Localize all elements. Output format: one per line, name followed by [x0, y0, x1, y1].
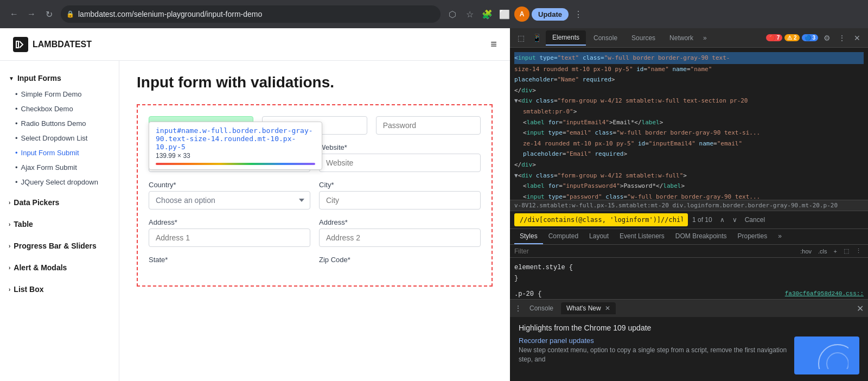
collapse-arrow-div2[interactable]: ▼: [514, 172, 518, 179]
sidebar-item-label-input-form-submit: Input Form Submit: [21, 149, 79, 157]
cls-button[interactable]: .cls: [816, 247, 829, 255]
website-input[interactable]: [319, 154, 481, 172]
sidebar-section-header-data-pickers[interactable]: › Data Pickers: [0, 194, 119, 211]
form-row-3: Country* Choose an option City*: [149, 181, 481, 209]
devtools-tab-sources[interactable]: Sources: [625, 31, 662, 45]
form-title: Input form with validations.: [137, 74, 493, 91]
styles-tab-properties[interactable]: Properties: [732, 229, 773, 244]
password-input[interactable]: [376, 116, 481, 135]
devtools-tab-network[interactable]: Network: [663, 31, 700, 45]
collapse-arrow-div[interactable]: ▼: [514, 97, 518, 104]
tooltip-size: 139.99 × 33: [156, 152, 315, 160]
more-style-button[interactable]: ⋮: [853, 247, 864, 255]
html-line-1: size-14 rounded mt-10 px-10 py-5" id="na…: [514, 64, 864, 75]
lock-icon: 🔒: [66, 10, 74, 18]
browser-actions: ⬡ ☆ 🧩 ⬜ A Update ⋮: [445, 7, 586, 22]
sidebar-item-ajax[interactable]: Ajax Form Submit: [0, 160, 119, 175]
zip-label: Zip Code*: [319, 256, 481, 264]
sidebar-section-header-table[interactable]: › Table: [0, 215, 119, 233]
devtools-close-button[interactable]: ✕: [851, 31, 864, 45]
country-label: Country*: [149, 181, 310, 189]
devtools-tab-elements[interactable]: Elements: [546, 30, 586, 46]
bottom-tab-whats-new[interactable]: What's New ✕: [561, 302, 616, 314]
info-badge: 🔵 3: [802, 34, 818, 41]
element-path-text: v-8V12.smtablet:w-full.px-15.smtablet:mt…: [514, 202, 838, 209]
xpath-input[interactable]: [514, 213, 688, 226]
sidebar-item-select-dropdown[interactable]: Select Dropdown List: [0, 131, 119, 145]
bookmark-button[interactable]: ☆: [462, 7, 477, 22]
address1-input[interactable]: [149, 228, 310, 247]
devtools-inspect-button[interactable]: ⬚: [514, 32, 528, 44]
tab-button[interactable]: ⬜: [497, 7, 512, 22]
devtools-more-button[interactable]: ⋮: [835, 31, 848, 45]
sidebar-item-input-form-submit[interactable]: Input Form Submit: [0, 145, 119, 160]
address-bar-input[interactable]: [61, 5, 441, 23]
html-code-area: <input type="text" class="w-full border …: [510, 48, 868, 200]
form-group-address1: Address*: [149, 218, 310, 247]
form-group-state: State*: [149, 256, 310, 266]
sidebar-section-header-progress[interactable]: › Progress Bar & Sliders: [0, 237, 119, 255]
styles-tab-computed[interactable]: Computed: [543, 229, 584, 244]
filter-input[interactable]: [514, 247, 796, 255]
country-select[interactable]: Choose an option: [149, 191, 310, 209]
devtools-device-button[interactable]: 📱: [529, 32, 545, 44]
styles-tab-more[interactable]: »: [773, 229, 787, 244]
hamburger-button[interactable]: ≡: [490, 38, 497, 50]
styles-tab-event-listeners[interactable]: Event Listeners: [614, 229, 670, 244]
cast-button[interactable]: ⬡: [445, 7, 460, 22]
whats-new-recorder-title: Recorder panel updates: [519, 336, 788, 345]
styles-tabs: Styles Computed Layout Event Listeners D…: [510, 229, 868, 245]
city-input[interactable]: [319, 191, 481, 209]
sidebar-item-radio[interactable]: Radio Buttons Demo: [0, 116, 119, 131]
reload-button[interactable]: ↻: [41, 7, 56, 22]
styles-tab-dom-breakpoints[interactable]: DOM Breakpoints: [670, 229, 732, 244]
xpath-next-button[interactable]: ∨: [729, 215, 741, 225]
bottom-tab-console[interactable]: Console: [524, 302, 559, 314]
copy-style-button[interactable]: ⬚: [841, 247, 851, 255]
sidebar-section-header-input-forms[interactable]: ▼ Input Forms: [0, 69, 119, 87]
hov-button[interactable]: :hov: [798, 247, 814, 255]
profile-button[interactable]: A: [514, 7, 529, 22]
xpath-nav: ∧ ∨: [717, 215, 741, 225]
sidebar: ▼ Input Forms Simple Form Demo Checkbox …: [0, 61, 119, 381]
form-group-address2: Address*: [319, 218, 481, 247]
sidebar-section-header-alert[interactable]: › Alert & Modals: [0, 259, 119, 276]
website-label: Website*: [319, 143, 481, 151]
sidebar-item-simple-form[interactable]: Simple Form Demo: [0, 87, 119, 101]
sidebar-item-jquery[interactable]: JQuery Select dropdown: [0, 175, 119, 189]
browser-chrome: ← → ↻ 🔒 ⬡ ☆ 🧩 ⬜ A Update ⋮: [0, 0, 868, 28]
devtools-settings-button[interactable]: ⚙: [820, 31, 833, 45]
update-button[interactable]: Update: [532, 8, 569, 21]
devtools-tabs-more[interactable]: »: [703, 34, 707, 42]
sidebar-section-listbox: › List Box: [0, 281, 119, 298]
xpath-prev-button[interactable]: ∧: [717, 215, 728, 225]
more-button[interactable]: ⋮: [571, 7, 586, 22]
sidebar-item-checkbox[interactable]: Checkbox Demo: [0, 101, 119, 116]
back-button[interactable]: ←: [7, 7, 22, 22]
sidebar-section-progress: › Progress Bar & Sliders: [0, 237, 119, 255]
address2-input[interactable]: [319, 228, 481, 247]
whats-new-close[interactable]: ✕: [605, 304, 610, 312]
form-group-city: City*: [319, 181, 481, 209]
tooltip-overlay: input#name.w-full.border.border-gray-90.…: [149, 122, 322, 170]
sidebar-section-header-listbox[interactable]: › List Box: [0, 281, 119, 298]
html-line-12: <label for="inputPassword4">Password*</l…: [514, 181, 864, 192]
bottom-panel-close-button[interactable]: ✕: [857, 303, 864, 314]
state-label: State*: [149, 256, 310, 264]
css-source-p20[interactable]: fa30cf6af958d240.css::: [785, 289, 864, 299]
html-line-11: ▼<div class="form-group w-4/12 smtablet:…: [514, 170, 864, 181]
forward-button[interactable]: →: [24, 7, 39, 22]
whats-new-recorder-desc: New step context menu, option to copy a …: [519, 346, 788, 364]
logo: LAMBDATEST: [13, 37, 92, 52]
extensions-button[interactable]: 🧩: [480, 7, 495, 22]
bottom-dots-left[interactable]: ⋮: [514, 304, 522, 313]
form-container: input#name.w-full.border.border-gray-90.…: [137, 104, 493, 287]
styles-tab-styles[interactable]: Styles: [514, 229, 543, 244]
devtools-tab-console[interactable]: Console: [587, 31, 624, 45]
html-line-3: </div>: [514, 85, 864, 96]
sidebar-section-alert: › Alert & Modals: [0, 259, 119, 276]
filter-actions: :hov .cls + ⬚ ⋮: [798, 247, 864, 255]
styles-tab-layout[interactable]: Layout: [584, 229, 614, 244]
xpath-cancel-button[interactable]: Cancel: [745, 216, 765, 224]
add-style-button[interactable]: +: [832, 247, 839, 255]
